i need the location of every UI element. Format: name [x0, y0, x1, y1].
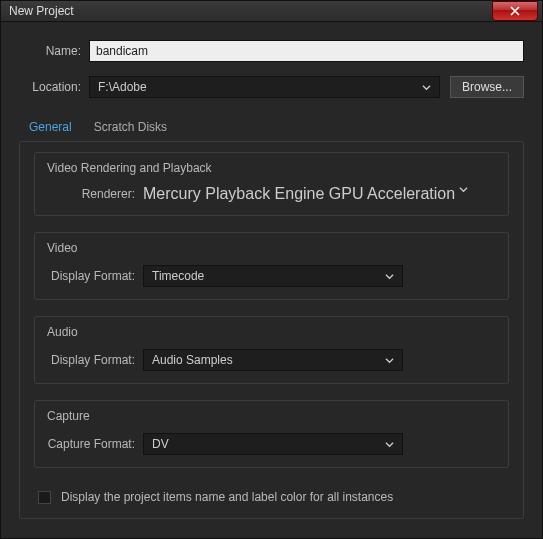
tab-scratch-disks[interactable]: Scratch Disks [90, 116, 171, 141]
chevron-down-icon [385, 356, 394, 365]
chevron-down-icon [385, 440, 394, 449]
group-audio: Audio Display Format: Audio Samples [34, 316, 509, 384]
display-items-checkbox[interactable] [38, 491, 51, 504]
renderer-field: Renderer: Mercury Playback Engine GPU Ac… [47, 185, 496, 203]
video-format-field: Display Format: Timecode [47, 265, 496, 287]
chevron-down-icon [385, 272, 394, 281]
general-panel: Video Rendering and Playback Renderer: M… [19, 141, 524, 519]
audio-format-label: Display Format: [47, 353, 143, 367]
location-value: F:\Adobe [98, 80, 147, 94]
renderer-value: Mercury Playback Engine GPU Acceleration [143, 185, 455, 203]
group-title-audio: Audio [47, 325, 496, 339]
group-title-video: Video [47, 241, 496, 255]
tab-strip: General Scratch Disks [19, 112, 524, 141]
browse-button[interactable]: Browse... [450, 76, 524, 98]
capture-format-field: Capture Format: DV [47, 433, 496, 455]
tab-general[interactable]: General [25, 116, 76, 141]
name-label: Name: [19, 44, 89, 58]
audio-format-field: Display Format: Audio Samples [47, 349, 496, 371]
location-label: Location: [19, 80, 89, 94]
group-capture: Capture Capture Format: DV [34, 400, 509, 468]
titlebar: New Project [1, 1, 542, 22]
new-project-dialog: New Project Name: Location: F:\Adobe Bro… [0, 0, 543, 539]
display-items-row: Display the project items name and label… [38, 490, 509, 504]
location-select[interactable]: F:\Adobe [89, 76, 440, 98]
chevron-down-icon [459, 185, 468, 203]
audio-format-dropdown[interactable]: Audio Samples [143, 349, 403, 371]
close-button[interactable] [492, 1, 538, 21]
capture-format-label: Capture Format: [47, 437, 143, 451]
display-items-label: Display the project items name and label… [61, 490, 393, 504]
group-title-capture: Capture [47, 409, 496, 423]
group-video: Video Display Format: Timecode [34, 232, 509, 300]
renderer-dropdown[interactable]: Mercury Playback Engine GPU Acceleration [143, 185, 474, 203]
capture-format-dropdown[interactable]: DV [143, 433, 403, 455]
group-video-rendering: Video Rendering and Playback Renderer: M… [34, 152, 509, 216]
location-row: Location: F:\Adobe Browse... [19, 76, 524, 98]
close-icon [510, 6, 520, 16]
chevron-down-icon [422, 83, 431, 92]
window-title: New Project [9, 4, 492, 18]
name-row: Name: [19, 40, 524, 62]
dialog-content: Name: Location: F:\Adobe Browse... Gener… [1, 22, 542, 533]
video-format-value: Timecode [152, 269, 204, 283]
video-format-label: Display Format: [47, 269, 143, 283]
capture-format-value: DV [152, 437, 169, 451]
group-title-render: Video Rendering and Playback [47, 161, 496, 175]
audio-format-value: Audio Samples [152, 353, 233, 367]
dialog-footer: OK Cancel [1, 533, 542, 539]
video-format-dropdown[interactable]: Timecode [143, 265, 403, 287]
renderer-label: Renderer: [47, 187, 143, 201]
name-input[interactable] [89, 40, 524, 62]
